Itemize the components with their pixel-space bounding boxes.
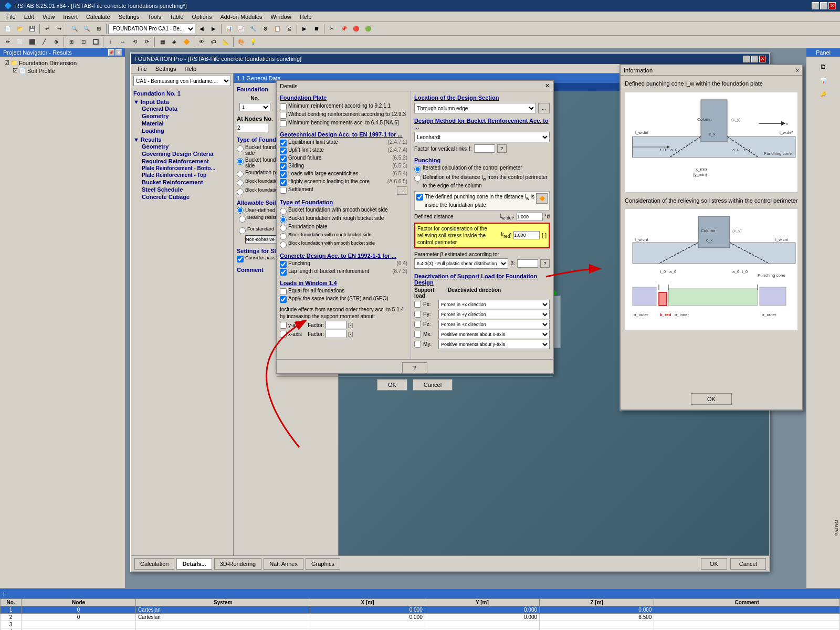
tb-extra-1[interactable]: ✂ (326, 23, 338, 35)
material-item[interactable]: Material (140, 120, 231, 127)
menu-help[interactable]: Help (296, 13, 316, 21)
details-cancel-btn[interactable]: Cancel (413, 379, 453, 391)
soil-bearing[interactable] (239, 216, 246, 223)
ftype-block-smooth[interactable] (237, 188, 244, 195)
chk-min-reinforcement[interactable] (280, 103, 287, 110)
tb2-render-2[interactable]: 💡 (247, 36, 259, 48)
input-data-item[interactable]: ▼ Input Data (133, 99, 231, 105)
tb-open[interactable]: 📂 (14, 23, 26, 35)
tb2-vis-2[interactable]: 🏷 (208, 36, 219, 48)
loads-chk-1[interactable] (280, 296, 287, 303)
tb-btn-b[interactable]: 📈 (235, 23, 247, 35)
menu-file[interactable]: File (2, 13, 20, 21)
deact-pz-dir[interactable]: Forces in +z direction (438, 320, 550, 329)
panel-icon-1[interactable]: 🖼 (817, 61, 829, 72)
y-axis-factor[interactable] (326, 321, 346, 329)
geo-chk-4[interactable] (280, 171, 287, 178)
factor-vert-info[interactable]: ? (497, 144, 507, 153)
tb-run[interactable]: ▶ (299, 23, 310, 35)
design-method-dropdown[interactable]: Leonhardt (414, 132, 550, 142)
fp-menu-file[interactable]: File (133, 65, 151, 73)
tb-btn-f[interactable]: 🖨 (284, 23, 295, 35)
deact-pz[interactable] (414, 321, 421, 328)
tb-stop[interactable]: ⏹ (311, 23, 322, 35)
passive-earth-checkbox[interactable] (237, 256, 244, 262)
deact-py-dir[interactable]: Forces in +y direction (438, 310, 550, 319)
menu-edit[interactable]: Edit (20, 13, 38, 21)
plate-top[interactable]: Plate Reinforcement - Top (140, 172, 231, 178)
tb-undo[interactable]: ↩ (41, 23, 53, 35)
loading-item[interactable]: Loading (140, 127, 231, 134)
deact-px-dir[interactable]: Forces in +x direction (438, 300, 550, 309)
panel-icon-3[interactable]: 🔑 (817, 88, 829, 100)
tree-soil-profile[interactable]: ☑ 📄 Soil Profile (10, 67, 123, 75)
details-help-btn[interactable]: ? (402, 362, 427, 374)
tb-extra-2[interactable]: 📌 (338, 23, 350, 35)
fp-close-btn[interactable]: ✕ (759, 56, 766, 62)
tb-btn-e[interactable]: 📋 (271, 23, 283, 35)
dt-bucket-smooth[interactable] (280, 208, 287, 215)
tb2-6[interactable]: ⊞ (66, 36, 77, 48)
geo-chk-0[interactable] (280, 140, 287, 146)
deact-my[interactable] (414, 341, 421, 348)
pn-pin-btn[interactable]: 📌 (108, 49, 114, 56)
factor-vert-input[interactable] (474, 144, 495, 153)
close-button[interactable]: ✕ (828, 2, 836, 9)
y-axis-checkbox[interactable] (280, 322, 287, 329)
deact-my-dir[interactable]: Positive moments about y-axis (438, 340, 550, 349)
kred-input[interactable] (513, 231, 540, 239)
menu-settings[interactable]: Settings (114, 13, 144, 21)
concrete-chk-0[interactable] (280, 261, 287, 268)
ftype-plate[interactable] (237, 171, 244, 177)
chk-no-bending[interactable] (280, 112, 287, 119)
menu-insert[interactable]: Insert (59, 13, 82, 21)
steel-schedule[interactable]: Steel Schedule (140, 186, 231, 193)
tb-new[interactable]: 📄 (2, 23, 14, 35)
tb2-2[interactable]: ⬜ (14, 36, 26, 48)
fp-case-dropdown[interactable]: CA1 - Bemessung von Fundame... (133, 76, 231, 86)
chk-min-bending[interactable] (280, 120, 287, 127)
tb-btn-d[interactable]: ⚙ (259, 23, 271, 35)
tb2-12[interactable]: ⟳ (141, 36, 153, 48)
punching-cone-info[interactable]: 🔶 (536, 193, 548, 204)
tab-nat-annex[interactable]: Nat. Annex (264, 558, 303, 570)
geo-chk-6[interactable] (280, 187, 287, 194)
tb-extra-3[interactable]: 🔴 (350, 23, 362, 35)
defined-distance-input[interactable] (517, 213, 543, 221)
tb2-10[interactable]: ↔ (117, 36, 129, 48)
tb2-render-1[interactable]: 🎨 (235, 36, 247, 48)
geo-chk-1[interactable] (280, 148, 287, 154)
bucket-reinforcement[interactable]: Bucket Reinforcement (140, 178, 231, 186)
tb-redo[interactable]: ↪ (54, 23, 65, 35)
dt-block-smooth[interactable] (280, 242, 287, 248)
location-dropdown[interactable]: Through column edge (414, 103, 536, 113)
soil-standard[interactable] (239, 227, 246, 234)
geometry-item[interactable]: Geometry (140, 112, 231, 120)
loads-chk-0[interactable] (280, 288, 287, 295)
results-item[interactable]: ▼ Results (133, 136, 231, 143)
tab-graphics[interactable]: Graphics (306, 558, 340, 570)
tb-next[interactable]: ▶ (208, 23, 219, 35)
menu-options[interactable]: Options (187, 13, 216, 21)
geo-chk-3[interactable] (280, 163, 287, 170)
info-close-btn[interactable]: × (796, 67, 799, 74)
tb2-8[interactable]: 🔲 (90, 36, 101, 48)
tab-details[interactable]: Details... (176, 558, 212, 570)
pn-close-btn[interactable]: ✕ (116, 49, 122, 56)
location-info-btn[interactable]: ... (538, 103, 550, 113)
deact-mx-dir[interactable]: Positive moments about x-axis (438, 330, 550, 339)
tb2-3[interactable]: ⬛ (26, 36, 38, 48)
settlement-detail-btn[interactable]: ... (397, 186, 407, 195)
dt-bucket-rough[interactable] (280, 216, 287, 223)
tb2-5[interactable]: ⊕ (50, 36, 62, 48)
ftype-bucket-smooth[interactable] (237, 145, 244, 152)
tree-foundation-dimension[interactable]: ☑ 📁 Foundation Dimension (2, 59, 123, 67)
fp-min-btn[interactable]: ─ (743, 56, 750, 62)
menu-view[interactable]: View (38, 13, 59, 21)
menu-addon[interactable]: Add-on Modules (216, 13, 266, 21)
deact-mx[interactable] (414, 331, 421, 338)
x-axis-checkbox[interactable] (280, 331, 287, 338)
tb2-9[interactable]: ↕ (105, 36, 117, 48)
deact-py[interactable] (414, 311, 421, 318)
model-dropdown[interactable]: FOUNDATION Pro CA1 - Be... (108, 24, 195, 34)
